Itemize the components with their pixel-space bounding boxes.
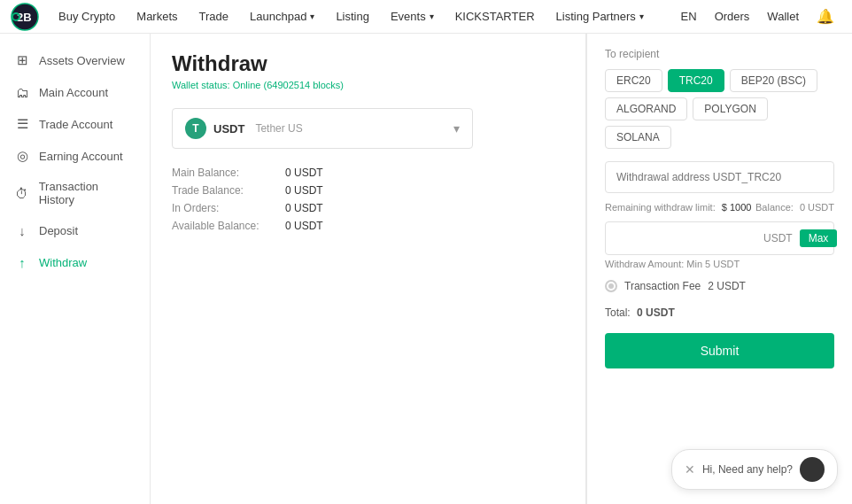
- network-erc20[interactable]: ERC20: [605, 69, 662, 92]
- balance-info: Main Balance: 0 USDT Trade Balance: 0 US…: [172, 167, 564, 232]
- nav-listing-partners[interactable]: Listing Partners ▾: [547, 0, 653, 34]
- in-orders-row: In Orders: 0 USDT: [172, 202, 564, 214]
- in-orders-label: In Orders:: [172, 202, 278, 214]
- chat-close-icon[interactable]: ✕: [685, 462, 695, 477]
- sidebar-item-assets-overview[interactable]: ⊞ Assets Overview: [0, 44, 150, 76]
- radio-icon: [605, 280, 617, 292]
- nav-orders[interactable]: Orders: [708, 0, 757, 34]
- total-label: Total:: [605, 306, 631, 319]
- token-symbol: USDT: [213, 122, 244, 136]
- trade-balance-value: 0 USDT: [285, 184, 323, 197]
- balance-display: Balance: 0 USDT: [755, 202, 834, 213]
- available-balance-label: Available Balance:: [172, 220, 278, 232]
- chevron-down-icon: ▾: [639, 12, 644, 21]
- token-info: T USDT Tether US: [185, 118, 303, 139]
- nav-markets[interactable]: Markets: [128, 0, 186, 34]
- available-balance-value: 0 USDT: [285, 220, 323, 232]
- grid-icon: ⊞: [14, 52, 30, 68]
- sidebar-item-main-account[interactable]: 🗂 Main Account: [0, 76, 150, 108]
- nav-buy-crypto[interactable]: Buy Crypto: [50, 0, 124, 34]
- earning-icon: ◎: [14, 148, 30, 164]
- sidebar-item-trade-account[interactable]: ☰ Trade Account: [0, 108, 150, 140]
- network-solana[interactable]: SOLANA: [605, 126, 671, 149]
- main-layout: ⊞ Assets Overview 🗂 Main Account ☰ Trade…: [0, 34, 852, 504]
- balance-value: 0 USDT: [800, 202, 834, 213]
- list-icon: ☰: [14, 116, 30, 132]
- chat-bubble: ✕ Hi, Need any help?: [671, 449, 838, 490]
- withdraw-icon: ↑: [14, 254, 30, 270]
- limit-row: Remaining withdraw limit: $ 1000 Balance…: [605, 202, 834, 213]
- token-icon: T: [185, 118, 206, 139]
- sidebar-item-transaction-history[interactable]: ⏱ Transaction History: [0, 172, 150, 214]
- chevron-down-icon: ▾: [310, 12, 314, 21]
- token-selector[interactable]: T USDT Tether US ▾: [172, 108, 473, 149]
- network-selector: ERC20 TRC20 BEP20 (BSC) ALGORAND POLYGON…: [605, 69, 834, 149]
- fee-value: 2 USDT: [708, 280, 746, 292]
- withdrawal-address-input[interactable]: [605, 161, 834, 193]
- history-icon: ⏱: [14, 185, 30, 201]
- total-row: Total: 0 USDT: [605, 306, 834, 319]
- chat-message: Hi, Need any help?: [702, 463, 793, 476]
- min-withdraw-text: Withdraw Amount: Min 5 USDT: [605, 259, 834, 269]
- amount-row: USDT Max: [605, 221, 834, 255]
- deposit-icon: ↓: [14, 222, 30, 238]
- submit-button[interactable]: Submit: [605, 333, 834, 368]
- trade-balance-row: Trade Balance: 0 USDT: [172, 184, 564, 197]
- nav-events[interactable]: Events ▾: [382, 0, 443, 34]
- amount-input[interactable]: [615, 232, 763, 245]
- to-recipient-label: To recipient: [605, 48, 834, 60]
- chat-avatar: [800, 457, 825, 482]
- left-section: Withdraw Wallet status: Online (64902514…: [151, 34, 585, 504]
- amount-unit: USDT: [763, 232, 793, 244]
- remaining-limit-value: $ 1000: [722, 202, 752, 213]
- nav-listing[interactable]: Listing: [327, 0, 378, 34]
- nav-launchpad[interactable]: Launchpad ▾: [241, 0, 323, 34]
- max-button[interactable]: Max: [800, 229, 838, 247]
- network-bep20[interactable]: BEP20 (BSC): [730, 69, 817, 92]
- sidebar-item-withdraw[interactable]: ↑ Withdraw: [0, 246, 150, 278]
- fee-label: Transaction Fee: [624, 280, 701, 292]
- nav-wallet[interactable]: Wallet: [760, 0, 806, 34]
- sidebar-item-earning-account[interactable]: ◎ Earning Account: [0, 140, 150, 172]
- remaining-limit-label: Remaining withdraw limit: $ 1000: [605, 202, 751, 213]
- bell-icon[interactable]: 🔔: [809, 0, 841, 34]
- total-value: 0 USDT: [637, 306, 675, 319]
- chevron-down-icon: ▾: [430, 12, 434, 21]
- nav-kickstarter[interactable]: KICKSTARTER: [446, 0, 544, 34]
- sidebar: ⊞ Assets Overview 🗂 Main Account ☰ Trade…: [0, 34, 151, 504]
- network-polygon[interactable]: POLYGON: [693, 97, 767, 120]
- fee-row: Transaction Fee 2 USDT: [605, 280, 834, 292]
- logo[interactable]: 2B: [11, 3, 39, 31]
- folder-icon: 🗂: [14, 84, 30, 100]
- main-balance-row: Main Balance: 0 USDT: [172, 167, 564, 179]
- nav-language[interactable]: EN: [674, 0, 704, 34]
- top-navigation: 2B Buy Crypto Markets Trade Launchpad ▾ …: [0, 0, 852, 34]
- network-trc20[interactable]: TRC20: [668, 69, 724, 92]
- sidebar-item-deposit[interactable]: ↓ Deposit: [0, 214, 150, 246]
- nav-right-area: EN Orders Wallet 🔔: [674, 0, 841, 34]
- network-algorand[interactable]: ALGORAND: [605, 97, 687, 120]
- in-orders-value: 0 USDT: [285, 202, 323, 214]
- page-title: Withdraw: [172, 51, 564, 76]
- main-balance-value: 0 USDT: [285, 167, 323, 179]
- wallet-status: Wallet status: Online (64902514 blocks): [172, 80, 564, 90]
- available-balance-row: Available Balance: 0 USDT: [172, 220, 564, 232]
- token-full-name: Tether US: [255, 122, 302, 135]
- content-wrapper: Withdraw Wallet status: Online (64902514…: [151, 34, 852, 504]
- nav-trade[interactable]: Trade: [190, 0, 237, 34]
- right-panel: To recipient ERC20 TRC20 BEP20 (BSC) ALG…: [586, 34, 852, 504]
- main-balance-label: Main Balance:: [172, 167, 278, 179]
- chevron-down-icon: ▾: [453, 121, 460, 136]
- trade-balance-label: Trade Balance:: [172, 184, 278, 197]
